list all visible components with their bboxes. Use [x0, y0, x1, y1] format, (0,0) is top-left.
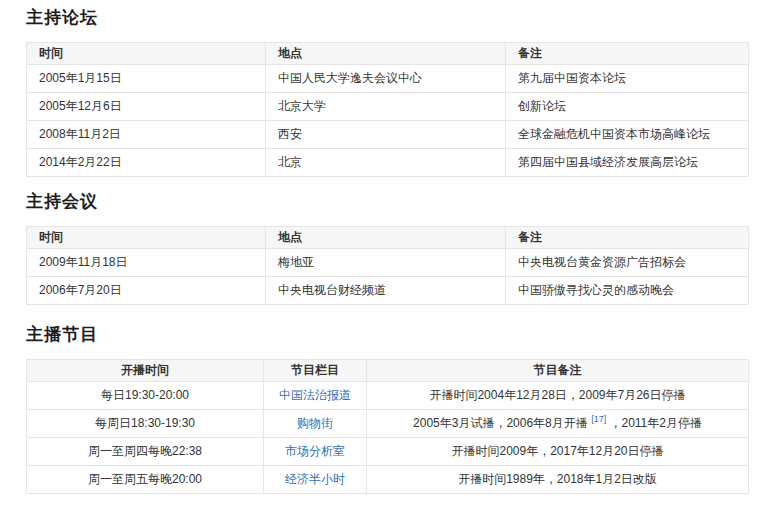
table-cell: 第四届中国县域经济发展高层论坛	[506, 149, 749, 177]
column-header: 备注	[506, 227, 749, 249]
table-row: 2005年12月6日北京大学创新论坛	[27, 93, 749, 121]
program-link[interactable]: 市场分析室	[285, 444, 345, 458]
cell-text: 梅地亚	[278, 255, 314, 269]
table-cell: 梅地亚	[266, 249, 506, 277]
cell-text: 2005年3月试播，2006年8月开播	[413, 416, 591, 430]
table-cell: 中国人民大学逸夫会议中心	[266, 65, 506, 93]
cell-text: 开播时间2009年，2017年12月20日停播	[451, 444, 663, 458]
table-cell: 购物街	[264, 410, 367, 438]
table-cell: 第九届中国资本论坛	[506, 65, 749, 93]
section-hosted-forums: 主持论坛 时间地点备注2005年1月15日中国人民大学逸夫会议中心第九届中国资本…	[26, 8, 749, 177]
cell-text: 周一至周四每晚22:38	[88, 444, 202, 458]
cell-text: 开播时间2004年12月28日，2009年7月26日停播	[429, 388, 685, 402]
cell-text: 2009年11月18日	[39, 255, 128, 269]
cell-text: 西安	[278, 127, 302, 141]
table-cell: 中央电视台黄金资源广告招标会	[506, 249, 749, 277]
table-row: 2009年11月18日梅地亚中央电视台黄金资源广告招标会	[27, 249, 749, 277]
program-link[interactable]: 购物街	[297, 416, 333, 430]
table-row: 周一至周四每晚22:38市场分析室开播时间2009年，2017年12月20日停播	[27, 438, 749, 466]
table-row: 周一至周五每晚20:00经济半小时开播时间1989年，2018年1月2日改版	[27, 466, 749, 494]
table-row: 2008年11月2日西安全球金融危机中国资本市场高峰论坛	[27, 121, 749, 149]
table-cell: 全球金融危机中国资本市场高峰论坛	[506, 121, 749, 149]
column-header: 节目栏目	[264, 360, 367, 382]
table-cell: 2008年11月2日	[27, 121, 266, 149]
table-row: 2005年1月15日中国人民大学逸夫会议中心第九届中国资本论坛	[27, 65, 749, 93]
table-cell: 创新论坛	[506, 93, 749, 121]
table-cell: 2005年1月15日	[27, 65, 266, 93]
cell-text: 每周日18:30-19:30	[95, 416, 195, 430]
header-row: 开播时间节目栏目节目备注	[27, 360, 749, 382]
header-row: 时间地点备注	[27, 227, 749, 249]
cell-text: 2005年1月15日	[39, 71, 122, 85]
column-header: 开播时间	[27, 360, 264, 382]
column-header: 时间	[27, 227, 266, 249]
cell-text: 中央电视台财经频道	[278, 283, 386, 297]
table-row: 2014年2月22日北京第四届中国县域经济发展高层论坛	[27, 149, 749, 177]
column-header: 节目备注	[367, 360, 749, 382]
section-title-hosted-meetings: 主持会议	[26, 192, 749, 212]
cell-text: 第九届中国资本论坛	[518, 71, 626, 85]
table-cell: 2009年11月18日	[27, 249, 266, 277]
table-cell: 北京	[266, 149, 506, 177]
table-cell: 中央电视台财经频道	[266, 277, 506, 305]
page-content: 主持论坛 时间地点备注2005年1月15日中国人民大学逸夫会议中心第九届中国资本…	[0, 0, 778, 494]
table-cell: 周一至周四每晚22:38	[27, 438, 264, 466]
cell-text: 第四届中国县域经济发展高层论坛	[518, 155, 698, 169]
table-row: 每日19:30-20:00中国法治报道开播时间2004年12月28日，2009年…	[27, 382, 749, 410]
section-anchored-programs: 主播节目 开播时间节目栏目节目备注每日19:30-20:00中国法治报道开播时间…	[26, 325, 749, 494]
cell-text: 每日19:30-20:00	[101, 388, 189, 402]
hosted-meetings-table: 时间地点备注2009年11月18日梅地亚中央电视台黄金资源广告招标会2006年7…	[26, 226, 749, 305]
cell-text: 北京	[278, 155, 302, 169]
hosted-forums-table: 时间地点备注2005年1月15日中国人民大学逸夫会议中心第九届中国资本论坛200…	[26, 42, 749, 177]
table-cell: 2014年2月22日	[27, 149, 266, 177]
cell-text: 北京大学	[278, 99, 326, 113]
table-cell: 西安	[266, 121, 506, 149]
cell-text: 周一至周五每晚20:00	[88, 472, 202, 486]
column-header: 地点	[266, 43, 506, 65]
table-cell: 每周日18:30-19:30	[27, 410, 264, 438]
column-header: 时间	[27, 43, 266, 65]
column-header: 地点	[266, 227, 506, 249]
table-cell: 中国法治报道	[264, 382, 367, 410]
cell-text: ，2011年2月停播	[606, 416, 702, 430]
cell-text: 2005年12月6日	[39, 99, 122, 113]
table-cell: 开播时间2004年12月28日，2009年7月26日停播	[367, 382, 749, 410]
table-cell: 2005年3月试播，2006年8月开播 [17] ，2011年2月停播	[367, 410, 749, 438]
cell-text: 中国人民大学逸夫会议中心	[278, 71, 422, 85]
table-cell: 2006年7月20日	[27, 277, 266, 305]
table-cell: 开播时间1989年，2018年1月2日改版	[367, 466, 749, 494]
table-cell: 市场分析室	[264, 438, 367, 466]
table-cell: 开播时间2009年，2017年12月20日停播	[367, 438, 749, 466]
reference-link[interactable]: [17]	[591, 416, 606, 430]
table-row: 2006年7月20日中央电视台财经频道中国骄傲寻找心灵的感动晚会	[27, 277, 749, 305]
section-title-anchored-programs: 主播节目	[26, 325, 749, 345]
table-cell: 周一至周五每晚20:00	[27, 466, 264, 494]
column-header: 备注	[506, 43, 749, 65]
section-title-hosted-forums: 主持论坛	[26, 8, 749, 28]
header-row: 时间地点备注	[27, 43, 749, 65]
program-link[interactable]: 经济半小时	[285, 472, 345, 486]
cell-text: 2006年7月20日	[39, 283, 122, 297]
cell-text: 全球金融危机中国资本市场高峰论坛	[518, 127, 710, 141]
cell-text: 开播时间1989年，2018年1月2日改版	[458, 472, 657, 486]
table-cell: 中国骄傲寻找心灵的感动晚会	[506, 277, 749, 305]
program-link[interactable]: 中国法治报道	[279, 388, 351, 402]
cell-text: 2008年11月2日	[39, 127, 121, 141]
cell-text: 2014年2月22日	[39, 155, 122, 169]
table-cell: 2005年12月6日	[27, 93, 266, 121]
section-hosted-meetings: 主持会议 时间地点备注2009年11月18日梅地亚中央电视台黄金资源广告招标会2…	[26, 192, 749, 305]
cell-text: 中央电视台黄金资源广告招标会	[518, 255, 686, 269]
table-cell: 经济半小时	[264, 466, 367, 494]
anchored-programs-table: 开播时间节目栏目节目备注每日19:30-20:00中国法治报道开播时间2004年…	[26, 359, 749, 494]
table-cell: 每日19:30-20:00	[27, 382, 264, 410]
table-cell: 北京大学	[266, 93, 506, 121]
table-row: 每周日18:30-19:30购物街2005年3月试播，2006年8月开播 [17…	[27, 410, 749, 438]
cell-text: 创新论坛	[518, 99, 566, 113]
cell-text: 中国骄傲寻找心灵的感动晚会	[518, 283, 674, 297]
